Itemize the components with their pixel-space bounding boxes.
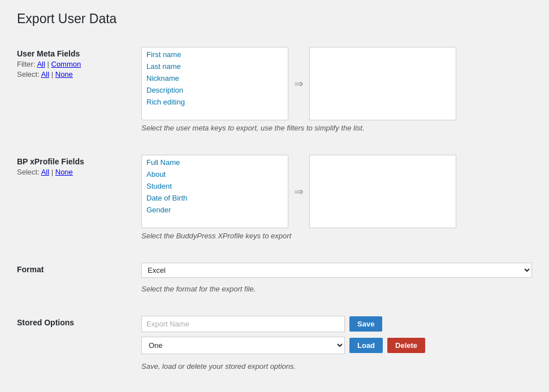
divider-3 [17, 300, 532, 309]
bp-option-fullname[interactable]: Full Name [143, 156, 287, 168]
bp-xprofile-hint: Select the BuddyPress XProfile keys to e… [141, 232, 532, 240]
user-meta-filter-line: Filter: All | Common [17, 60, 130, 68]
bp-xprofile-target-box [309, 155, 456, 228]
bp-option-dob[interactable]: Date of Birth [143, 192, 287, 204]
select-all-link[interactable]: All [41, 70, 49, 79]
user-meta-hint: Select the user meta keys to export, use… [141, 124, 532, 132]
user-meta-label: User Meta Fields [17, 49, 130, 58]
stored-options-area: Save One Two Three Load Delete Save, loa… [141, 316, 532, 371]
delete-button[interactable]: Delete [387, 338, 425, 353]
select-text: Select: [17, 70, 40, 79]
format-label: Format [17, 265, 130, 274]
bp-xprofile-field-cell: Full Name About Student Date of Birth Ge… [141, 148, 532, 247]
divider-1 [17, 139, 532, 148]
user-meta-target-box [309, 47, 456, 120]
bp-option-student[interactable]: Student [143, 180, 287, 192]
user-meta-transfer-arrow[interactable]: ⇒ [294, 77, 304, 90]
divider-2 [17, 247, 532, 256]
advanced-options-row: Advanced Options Show [17, 386, 532, 392]
stored-options-field-cell: Save One Two Three Load Delete Save, loa… [141, 309, 532, 377]
user-meta-field-cell: First name Last name Nickname Descriptio… [141, 40, 532, 139]
meta-option-richediting[interactable]: Rich editing [143, 96, 287, 108]
format-label-cell: Format [17, 256, 141, 300]
user-meta-select-line: Select: All | None [17, 70, 130, 79]
bp-select-text: Select: [17, 168, 40, 176]
bp-select-none-link[interactable]: None [55, 168, 73, 176]
stored-row-2: One Two Three Load Delete [141, 337, 532, 354]
bp-xprofile-select-line: Select: All | None [17, 168, 130, 176]
meta-option-lastname[interactable]: Last name [143, 60, 287, 72]
bp-xprofile-label: BP xProfile Fields [17, 157, 130, 166]
meta-option-nickname[interactable]: Nickname [143, 72, 287, 84]
bp-xprofile-transfer-arrow[interactable]: ⇒ [294, 185, 304, 198]
bp-option-gender[interactable]: Gender [143, 204, 287, 216]
export-name-input[interactable] [141, 316, 345, 332]
format-hint: Select the format for the export file. [141, 285, 532, 293]
form-table: User Meta Fields Filter: All | Common Se… [17, 40, 532, 392]
stored-options-dropdown[interactable]: One Two Three [141, 337, 345, 354]
user-meta-transfer: First name Last name Nickname Descriptio… [141, 47, 532, 120]
advanced-options-label-cell: Advanced Options [17, 386, 141, 392]
bp-xprofile-transfer: Full Name About Student Date of Birth Ge… [141, 155, 532, 228]
select-none-link[interactable]: None [55, 70, 73, 79]
stored-options-row: Stored Options Save One Two Three Load D… [17, 309, 532, 377]
user-meta-label-cell: User Meta Fields Filter: All | Common Se… [17, 40, 141, 139]
filter-common-link[interactable]: Common [51, 60, 81, 68]
bp-select-sep: | [51, 168, 53, 176]
format-dropdown[interactable]: Excel CSV JSON [141, 263, 532, 278]
stored-row-1: Save [141, 316, 532, 332]
bp-select-all-link[interactable]: All [41, 168, 49, 176]
meta-option-description[interactable]: Description [143, 84, 287, 96]
user-meta-select[interactable]: First name Last name Nickname Descriptio… [141, 47, 288, 120]
stored-options-label: Stored Options [17, 318, 130, 327]
bp-xprofile-row: BP xProfile Fields Select: All | None Fu… [17, 148, 532, 247]
format-row: Format Excel CSV JSON Select the format … [17, 256, 532, 300]
load-button[interactable]: Load [349, 338, 383, 353]
save-button[interactable]: Save [349, 316, 382, 332]
user-meta-row: User Meta Fields Filter: All | Common Se… [17, 40, 532, 139]
filter-all-link[interactable]: All [37, 60, 45, 68]
page-title: Export User Data [17, 11, 532, 27]
select-sep-1: | [51, 70, 53, 79]
advanced-options-field-cell: Show [141, 386, 532, 392]
bp-option-about[interactable]: About [143, 168, 287, 180]
format-field-cell: Excel CSV JSON Select the format for the… [141, 256, 532, 300]
format-select-area: Excel CSV JSON Select the format for the… [141, 263, 532, 293]
bp-xprofile-select[interactable]: Full Name About Student Date of Birth Ge… [141, 155, 288, 228]
filter-sep-1: | [47, 60, 49, 68]
stored-options-hint: Save, load or delete your stored export … [141, 362, 532, 371]
filter-text: Filter: [17, 60, 36, 68]
meta-option-firstname[interactable]: First name [143, 49, 287, 60]
stored-options-label-cell: Stored Options [17, 309, 141, 377]
bp-xprofile-label-cell: BP xProfile Fields Select: All | None [17, 148, 141, 247]
divider-4 [17, 377, 532, 386]
